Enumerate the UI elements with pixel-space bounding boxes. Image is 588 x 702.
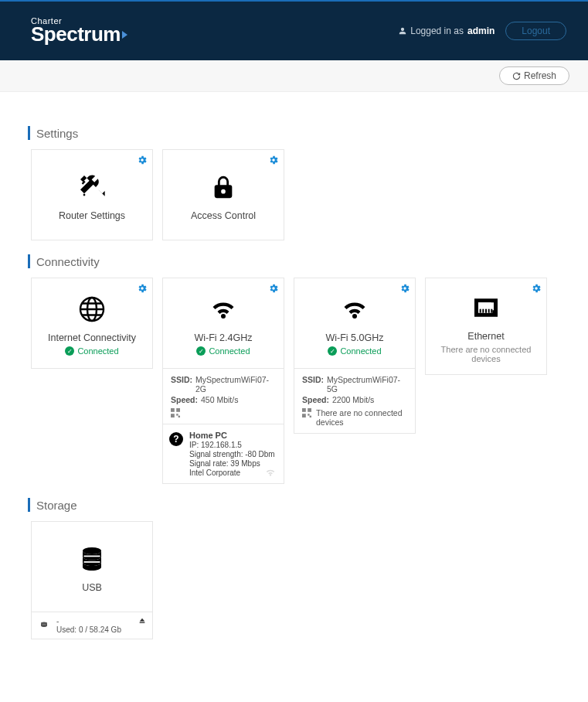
check-icon: ✓ [65,346,74,356]
card-usb[interactable]: USB [31,521,153,612]
svg-rect-3 [176,408,180,412]
svg-rect-13 [482,309,484,313]
logo: Charter Spectrum [31,18,127,43]
logout-button[interactable]: Logout [505,22,566,40]
status-connected: ✓ Connected [328,346,381,356]
gear-icon[interactable] [137,283,148,294]
gear-icon[interactable] [268,155,279,165]
sub-bar: Refresh [0,60,588,92]
card-ethernet[interactable]: Ethernet There are no connected devices [425,278,547,375]
refresh-button[interactable]: Refresh [499,66,569,85]
gear-icon[interactable] [137,155,148,165]
svg-rect-8 [308,408,311,412]
card-wifi-5[interactable]: Wi-Fi 5.0GHz ✓ Connected [294,278,416,369]
svg-rect-7 [302,408,306,412]
card-internet[interactable]: Internet Connectivity ✓ Connected [31,278,153,369]
svg-rect-11 [310,416,311,417]
svg-rect-9 [302,414,306,417]
svg-point-17 [83,547,101,554]
status-connected: ✓ Connected [65,346,118,356]
wifi24-info: SSID:MySpectrumWiFi07-2G Speed:450 Mbit/… [162,369,284,424]
database-icon [78,544,106,574]
section-header-connectivity: Connectivity [28,254,557,268]
gear-icon[interactable] [531,283,542,294]
logo-main-text: Spectrum [31,26,127,43]
refresh-icon [512,72,521,80]
card-access-control[interactable]: Access Control [162,149,284,240]
svg-rect-10 [308,414,309,415]
eject-icon[interactable] [138,617,146,625]
card-router-settings[interactable]: Router Settings [31,149,153,240]
usb-info: - Used: 0 / 58.24 Gb [31,612,153,639]
svg-rect-15 [488,309,490,313]
gear-icon[interactable] [399,283,410,294]
tools-icon [76,172,107,203]
signal-strength-icon [265,468,276,477]
check-icon: ✓ [328,346,337,356]
svg-rect-4 [171,414,175,417]
svg-point-20 [41,622,47,625]
svg-rect-14 [485,309,487,313]
drive-icon [39,621,49,630]
lock-icon [210,172,236,203]
svg-rect-6 [178,416,180,417]
wifi-icon [340,294,369,325]
check-icon: ✓ [196,346,206,356]
main-content: Settings Router Settings Access Control … [0,92,588,670]
logo-arrow-icon [122,31,127,39]
wifi5-info: SSID:MySpectrumWiFi07-5G Speed:2200 Mbit… [294,369,416,434]
ethernet-icon [471,292,501,323]
svg-rect-19 [84,561,100,563]
globe-icon [78,294,106,325]
top-bar: Charter Spectrum Logged in as admin Logo… [0,0,588,60]
svg-rect-2 [171,408,175,412]
svg-rect-16 [491,309,492,313]
svg-rect-18 [84,556,100,557]
qr-icon[interactable] [302,408,311,417]
topbar-right: Logged in as admin Logout [399,22,566,40]
card-wifi-24[interactable]: Wi-Fi 2.4GHz ✓ Connected [162,278,284,369]
section-header-settings: Settings [28,126,557,140]
section-header-storage: Storage [28,498,557,512]
status-connected: ✓ Connected [196,346,250,356]
qr-icon[interactable] [171,408,180,417]
gear-icon[interactable] [268,283,279,294]
wifi-icon [209,294,238,325]
wifi24-device[interactable]: ? Home PC IP: 192.168.1.5 Signal strengt… [162,424,284,484]
user-icon [399,27,406,35]
svg-rect-12 [480,309,481,313]
logged-in-text: Logged in as admin [399,26,495,36]
question-icon: ? [169,432,183,446]
svg-rect-5 [176,414,178,415]
